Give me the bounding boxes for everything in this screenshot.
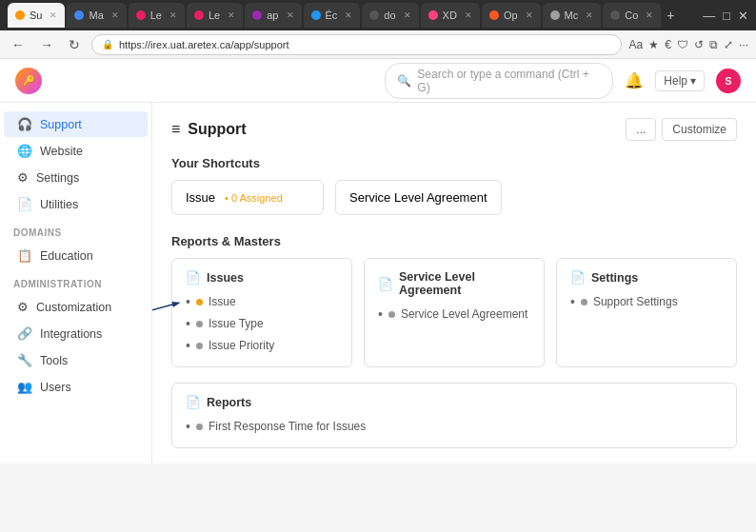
first-response-item[interactable]: First Response Time for Issues xyxy=(186,417,723,436)
reload-button[interactable]: ↻ xyxy=(65,35,84,54)
sidebar-item-users[interactable]: 👥 Users xyxy=(4,374,148,400)
tab-5[interactable]: Éc ✕ xyxy=(304,3,361,28)
app-header-left: 🔑 xyxy=(15,68,42,94)
first-response-label: First Response Time for Issues xyxy=(209,420,366,433)
sidebar-item-support[interactable]: 🎧 Support xyxy=(4,111,148,137)
sidebar-item-integrations[interactable]: 🔗 Integrations xyxy=(4,321,148,346)
tab-bar: Su ✕ Ma ✕ Le ✕ Le ✕ ap ✕ Éc ✕ xyxy=(0,0,756,30)
app-logo: 🔑 xyxy=(15,68,42,94)
browser-menu-icon[interactable]: ··· xyxy=(739,38,748,51)
settings-icon: ⚙ xyxy=(17,170,29,185)
avatar-initial: S xyxy=(725,75,731,87)
refresh-icon[interactable]: ↺ xyxy=(694,38,704,51)
active-tab[interactable]: Su ✕ xyxy=(8,3,65,28)
tab-3[interactable]: Le ✕ xyxy=(187,3,243,28)
tab-label: Ma xyxy=(89,10,103,21)
tab-close-icon[interactable]: ✕ xyxy=(111,10,119,20)
help-button[interactable]: Help ▾ xyxy=(655,70,705,91)
website-icon: 🌐 xyxy=(17,144,32,158)
tab-close-icon[interactable]: ✕ xyxy=(287,10,294,20)
tab-close-icon[interactable]: ✕ xyxy=(404,10,411,20)
sidebar-item-tools[interactable]: 🔧 Tools xyxy=(4,347,148,373)
nav-bar: ← → ↻ 🔒 https://irex.uat.aretex.ca/app/s… xyxy=(0,30,756,59)
shield-icon[interactable]: 🛡 xyxy=(677,38,688,51)
sidebar-item-settings[interactable]: ⚙ Settings xyxy=(4,165,148,190)
url-text: https://irex.uat.aretex.ca/app/support xyxy=(119,39,289,50)
tab-8[interactable]: Op ✕ xyxy=(482,3,541,28)
browser-chrome: Su ✕ Ma ✕ Le ✕ Le ✕ ap ✕ Éc ✕ xyxy=(0,0,756,59)
favorites-icon[interactable]: ★ xyxy=(648,38,659,51)
back-button[interactable]: ← xyxy=(8,35,29,54)
issue-type-item[interactable]: Issue Type xyxy=(186,314,338,333)
global-search-bar[interactable]: 🔍 Search or type a command (Ctrl + G) xyxy=(385,63,613,99)
settings-card: 📄 Settings Support Settings xyxy=(556,258,737,367)
notifications-icon[interactable]: 🔔 xyxy=(625,71,644,89)
issue-priority-item[interactable]: Issue Priority xyxy=(186,336,338,355)
shortcut-sla[interactable]: Service Level Agreement xyxy=(335,180,502,215)
integrations-icon: 🔗 xyxy=(17,326,32,341)
tab-7[interactable]: XD ✕ xyxy=(421,3,480,28)
close-button[interactable]: ✕ xyxy=(738,9,748,23)
wallet-icon[interactable]: € xyxy=(665,38,671,51)
help-label: Help xyxy=(664,74,687,88)
bullet-dot xyxy=(196,299,203,305)
tab-6[interactable]: do ✕ xyxy=(362,3,418,28)
tab-label: Op xyxy=(504,10,518,21)
tab-close-icon[interactable]: ✕ xyxy=(465,10,472,20)
support-settings-item[interactable]: Support Settings xyxy=(570,292,723,311)
reports-title-text: Reports xyxy=(207,396,251,409)
tab-label: Le xyxy=(150,10,162,21)
domains-section-label: DOMAINS xyxy=(0,218,151,242)
content-area: 🎧 Support 🌐 Website ⚙ Settings 📄 Utiliti… xyxy=(0,103,756,463)
tab-close-icon[interactable]: ✕ xyxy=(50,10,57,20)
tab-label: Le xyxy=(209,10,220,21)
tab-label: ap xyxy=(267,10,278,21)
new-tab-button[interactable]: + xyxy=(666,8,674,23)
tab-close-icon[interactable]: ✕ xyxy=(345,10,352,20)
sidebar-item-website[interactable]: 🌐 Website xyxy=(4,138,148,164)
sla-title-text: Service Level Agreement xyxy=(399,270,530,297)
hamburger-icon[interactable]: ≡ xyxy=(171,121,180,138)
more-icon[interactable]: ⤢ xyxy=(724,38,733,51)
sidebar-item-education[interactable]: 📋 Education xyxy=(4,243,148,268)
support-settings-label: Support Settings xyxy=(593,295,678,308)
translate-icon[interactable]: Aa xyxy=(629,38,644,51)
tab-close-icon[interactable]: ✕ xyxy=(646,10,653,20)
customize-button[interactable]: Customize xyxy=(662,118,737,141)
tab-close-icon[interactable]: ✕ xyxy=(169,10,177,20)
tab-close-icon[interactable]: ✕ xyxy=(228,10,235,20)
page-content: ≡ Support ... Customize Your Shortcuts I… xyxy=(152,103,756,463)
tab-1[interactable]: Ma ✕ xyxy=(67,3,126,28)
tab-close-icon[interactable]: ✕ xyxy=(586,10,593,20)
address-bar[interactable]: 🔒 https://irex.uat.aretex.ca/app/support xyxy=(91,34,622,55)
admin-section-label: ADMINISTRATION xyxy=(0,269,151,293)
tab-label: Éc xyxy=(326,10,338,21)
more-options-button[interactable]: ... xyxy=(626,118,656,141)
sla-icon: 📄 xyxy=(378,277,393,291)
masters-section-title: Reports & Masters xyxy=(171,234,737,248)
bullet-dot xyxy=(388,311,395,318)
issue-item[interactable]: Issue xyxy=(186,292,338,311)
pip-icon[interactable]: ⧉ xyxy=(709,38,718,51)
tab-10[interactable]: Co ✕ xyxy=(603,3,661,28)
browser-extensions: Aa ★ € 🛡 ↺ ⧉ ⤢ ··· xyxy=(629,38,748,51)
search-placeholder: Search or type a command (Ctrl + G) xyxy=(417,68,601,94)
tab-label: Su xyxy=(30,10,42,21)
sla-item-label: Service Level Agreement xyxy=(401,307,527,321)
tab-9[interactable]: Mc ✕ xyxy=(543,3,602,28)
avatar[interactable]: S xyxy=(716,69,741,93)
shortcut-issue[interactable]: Issue 0 Assigned xyxy=(171,180,324,215)
shortcuts-section-title: Your Shortcuts xyxy=(171,156,737,170)
tab-2[interactable]: Le ✕ xyxy=(129,3,185,28)
tab-close-icon[interactable]: ✕ xyxy=(526,10,533,20)
sidebar-item-utilities[interactable]: 📄 Utilities xyxy=(4,191,148,217)
sla-item[interactable]: Service Level Agreement xyxy=(378,305,530,324)
bullet-dot xyxy=(581,299,587,305)
reports-icon: 📄 xyxy=(186,395,201,409)
sidebar-item-customization[interactable]: ⚙ Customization xyxy=(4,294,148,320)
forward-button[interactable]: → xyxy=(36,35,57,54)
tab-4[interactable]: ap ✕ xyxy=(245,3,301,28)
app-header-right: 🔍 Search or type a command (Ctrl + G) 🔔 … xyxy=(385,63,741,99)
maximize-button[interactable]: □ xyxy=(723,9,730,23)
minimize-button[interactable]: — xyxy=(703,9,715,23)
